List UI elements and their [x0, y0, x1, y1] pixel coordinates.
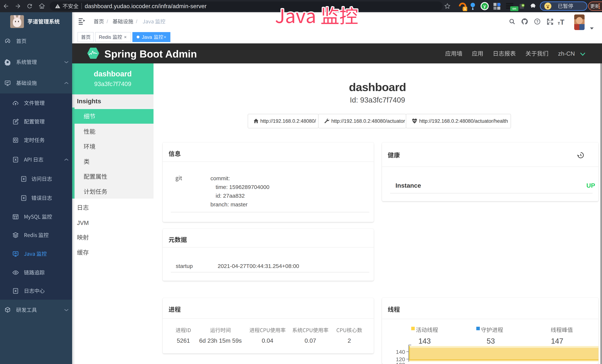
svg-text:?: ? — [536, 20, 538, 23]
